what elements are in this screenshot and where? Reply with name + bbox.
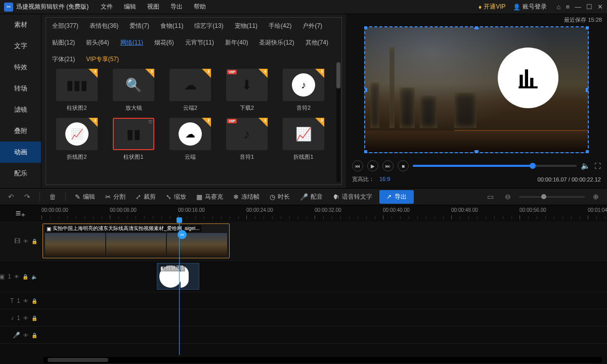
asset-thumb[interactable]: 🔍: [113, 69, 154, 101]
category-chip[interactable]: 全部(377): [52, 22, 78, 30]
scrollbar-handle[interactable]: [48, 358, 108, 362]
object-track[interactable]: ▣1 ◧柱状图1: [0, 261, 607, 292]
sidebar-item-7[interactable]: 配乐: [0, 163, 41, 184]
category-chip[interactable]: 贴图(12): [52, 38, 75, 47]
home-icon[interactable]: ⌂: [557, 3, 561, 11]
text-track[interactable]: T1: [0, 292, 607, 309]
maximize-icon[interactable]: ☐: [586, 3, 592, 11]
category-chip[interactable]: VIP专享(57): [86, 55, 119, 64]
resize-handle[interactable]: [586, 26, 589, 29]
seek-bar[interactable]: [413, 165, 577, 167]
play-button[interactable]: ▶: [367, 160, 378, 171]
category-chip[interactable]: 其他(74): [306, 38, 328, 47]
fit-icon[interactable]: ▭: [484, 191, 497, 202]
category-chip[interactable]: 宠物(11): [235, 22, 257, 30]
split-button[interactable]: ✂分割: [102, 191, 128, 203]
category-chip[interactable]: 烟花(6): [154, 38, 174, 47]
menu-edit[interactable]: 编辑: [124, 3, 136, 11]
sticker-clip[interactable]: ◧柱状图1: [157, 263, 199, 290]
lock-icon[interactable]: [31, 297, 37, 304]
category-chip[interactable]: 圣诞快乐(12): [259, 38, 294, 47]
volume-icon[interactable]: 🔈: [581, 161, 590, 170]
crop-button[interactable]: ⤢裁剪: [133, 191, 159, 203]
stt-button[interactable]: 🗣语音转文字: [330, 191, 375, 203]
sidebar-item-0[interactable]: 素材: [0, 14, 41, 35]
eye-icon[interactable]: [23, 314, 28, 322]
scale-button[interactable]: ⤡缩放: [163, 191, 189, 203]
lock-icon[interactable]: [31, 314, 37, 322]
video-track[interactable]: 🎞 ▣实拍中国上海明亮的浦东天际线高清实拍视频素材_爱给网_aigei... ✂: [0, 221, 607, 261]
video-clip[interactable]: ▣实拍中国上海明亮的浦东天际线高清实拍视频素材_爱给网_aigei... ✂: [42, 223, 230, 258]
sidebar-item-4[interactable]: 滤镜: [0, 99, 41, 120]
menu-export[interactable]: 导出: [170, 3, 183, 11]
category-chip[interactable]: 字体(21): [52, 55, 75, 64]
speaker-icon[interactable]: [31, 273, 37, 280]
zoom-slider[interactable]: [519, 196, 585, 198]
edit-button[interactable]: ✎编辑: [72, 191, 98, 203]
vip-button[interactable]: ♦ 开通VIP: [479, 3, 505, 11]
duration-button[interactable]: ◷时长: [267, 191, 293, 203]
category-chip[interactable]: 户外(7): [302, 22, 322, 30]
category-chip[interactable]: 手绘(42): [269, 22, 291, 30]
seek-knob[interactable]: [530, 163, 536, 169]
category-chip[interactable]: 网络(11): [120, 38, 143, 47]
sidebar-item-1[interactable]: 文字: [0, 35, 41, 57]
fullscreen-icon[interactable]: ⛶: [594, 162, 601, 170]
zoom-out-icon[interactable]: ⊖: [502, 191, 514, 202]
asset-thumb[interactable]: ⬇VIP: [226, 69, 268, 101]
zoom-in-icon[interactable]: ⊕: [590, 191, 602, 202]
preview-canvas[interactable]: [364, 26, 589, 153]
sidebar-item-5[interactable]: 叠附: [0, 120, 41, 142]
delete-button[interactable]: 🗑: [46, 191, 59, 202]
stop-button[interactable]: ■: [398, 160, 409, 171]
lock-icon[interactable]: [31, 332, 37, 339]
add-track-button[interactable]: ≡₊: [0, 208, 41, 219]
redo-button[interactable]: ↷: [21, 191, 33, 202]
eye-icon[interactable]: [23, 238, 28, 245]
mosaic-button[interactable]: ▦马赛克: [193, 191, 226, 203]
minimize-icon[interactable]: ―: [575, 3, 581, 11]
menu-view[interactable]: 视图: [147, 3, 159, 11]
resize-handle[interactable]: [586, 150, 589, 153]
resize-handle[interactable]: [474, 26, 479, 29]
resize-handle[interactable]: [474, 150, 479, 153]
category-chip[interactable]: 爱情(7): [129, 22, 149, 30]
playhead[interactable]: [179, 220, 180, 355]
lock-icon[interactable]: [31, 238, 37, 245]
undo-button[interactable]: ↶: [5, 191, 17, 202]
lock-icon[interactable]: [22, 273, 28, 280]
scrollbar-handle[interactable]: [336, 62, 340, 88]
menu-help[interactable]: 帮助: [194, 3, 206, 11]
asset-thumb[interactable]: ▮▮▮: [56, 69, 98, 101]
asset-thumb[interactable]: 📈: [56, 118, 98, 150]
menu-file[interactable]: 文件: [101, 3, 113, 11]
time-ruler[interactable]: 00:00:00.0000:00:08.0000:00:16.0000:00:2…: [41, 205, 607, 221]
sidebar-item-2[interactable]: 特效: [0, 57, 41, 78]
resize-handle[interactable]: [586, 88, 589, 92]
category-chip[interactable]: 箭头(64): [86, 38, 109, 47]
next-frame-button[interactable]: ⏭: [382, 160, 394, 171]
close-icon[interactable]: ✕: [597, 3, 603, 11]
resize-handle[interactable]: [364, 88, 367, 92]
export-button[interactable]: ↗导出: [379, 190, 414, 204]
mic-track[interactable]: 🎤: [0, 327, 607, 344]
favorite-icon[interactable]: ♡: [148, 119, 153, 125]
hamburger-icon[interactable]: ≡: [566, 3, 570, 11]
category-chip[interactable]: 元宵节(11): [185, 38, 214, 47]
eye-icon[interactable]: [23, 297, 28, 304]
asset-thumb[interactable]: ☁: [169, 69, 211, 101]
resize-handle[interactable]: [364, 26, 367, 29]
eye-icon[interactable]: [14, 273, 19, 280]
category-chip[interactable]: 食物(11): [160, 22, 183, 30]
sidebar-item-3[interactable]: 转场: [0, 78, 41, 99]
eye-icon[interactable]: [23, 332, 28, 339]
zoom-knob[interactable]: [541, 194, 546, 199]
asset-thumb[interactable]: ♪VIP: [226, 118, 268, 150]
asset-thumb[interactable]: ♪: [283, 69, 324, 101]
resize-handle[interactable]: [364, 150, 367, 153]
freeze-button[interactable]: ❄冻结帧: [230, 191, 263, 203]
category-chip[interactable]: 表情包(36): [90, 22, 118, 30]
asset-thumb[interactable]: 📈: [283, 118, 324, 150]
audio-track[interactable]: ♪1: [0, 309, 607, 327]
asset-thumb[interactable]: ▮▮♡: [113, 118, 154, 150]
